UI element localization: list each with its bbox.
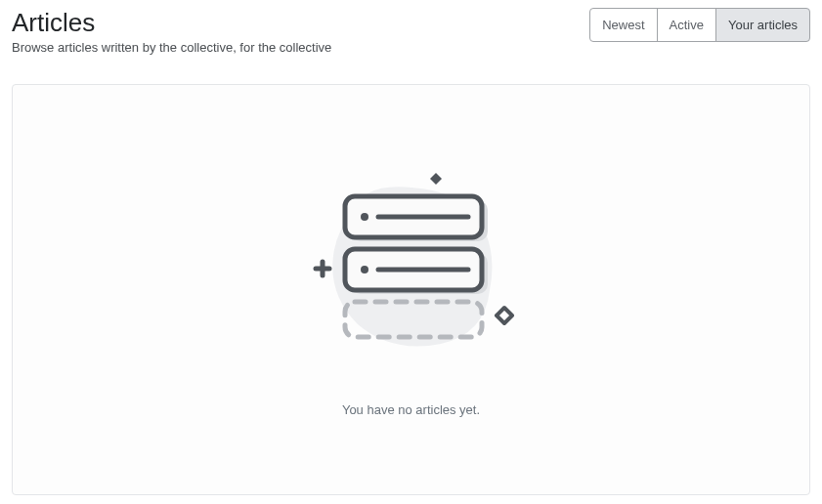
tab-active[interactable]: Active (657, 8, 716, 42)
tab-newest[interactable]: Newest (589, 8, 657, 42)
tab-your-articles[interactable]: Your articles (715, 8, 810, 42)
tabs-group: Newest Active Your articles (589, 8, 810, 42)
header-left: Articles Browse articles written by the … (12, 8, 589, 55)
svg-point-4 (361, 213, 368, 221)
empty-list-icon (304, 163, 519, 378)
empty-state-card: You have no articles yet. (12, 84, 810, 495)
empty-state-message: You have no articles yet. (342, 402, 480, 417)
page-subtitle: Browse articles written by the collectiv… (12, 40, 589, 55)
page-header: Articles Browse articles written by the … (12, 8, 810, 55)
page-title: Articles (12, 8, 589, 38)
svg-point-8 (361, 266, 368, 273)
